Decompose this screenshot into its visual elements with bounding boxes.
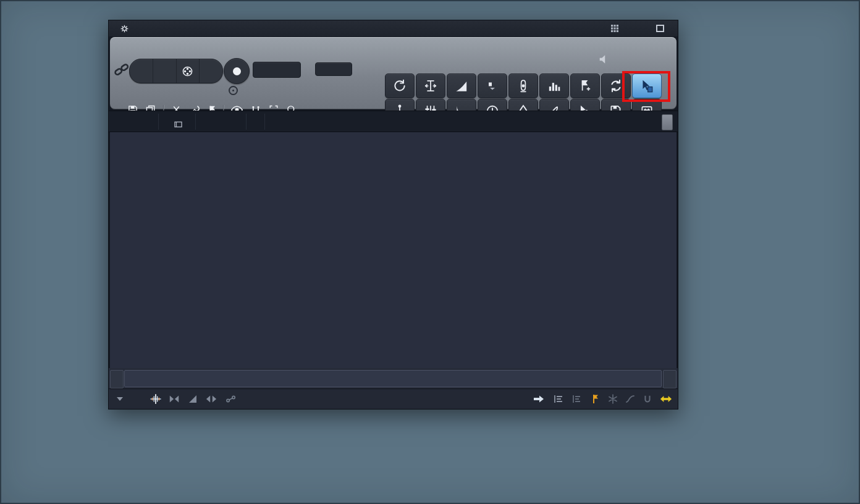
markers-list-icon	[571, 395, 583, 403]
drag-selection-button[interactable]	[632, 74, 662, 98]
fade-in-button[interactable]	[447, 74, 476, 98]
snap-button[interactable]	[641, 393, 654, 405]
markers-list-button[interactable]	[571, 393, 583, 405]
record-icon	[233, 67, 241, 75]
reel-icon	[182, 65, 193, 77]
freeze-button[interactable]	[607, 393, 619, 405]
play-from-disk-button[interactable]	[176, 59, 200, 83]
bottom-toolbar	[109, 389, 678, 409]
overview-strip[interactable]	[124, 370, 662, 387]
double-arrow-icon	[660, 395, 672, 403]
transport-group	[129, 59, 223, 83]
wave-editor-area[interactable]	[110, 132, 677, 368]
format-icon[interactable]	[174, 121, 182, 128]
zoom-out-selection-icon	[206, 395, 217, 403]
resample-button[interactable]	[601, 74, 631, 98]
drag-cursor-icon	[639, 78, 654, 93]
normalize-amp-button[interactable]	[416, 74, 445, 98]
stop-button[interactable]	[199, 59, 222, 83]
arrow-right-icon	[533, 395, 545, 403]
edison-window	[108, 20, 678, 410]
scroll-right-button[interactable]	[663, 370, 677, 388]
fade-triangle-icon	[188, 395, 198, 403]
zoom-out-selection-button[interactable]	[205, 393, 217, 405]
divider	[264, 114, 265, 130]
smooth-curve-icon	[625, 395, 635, 403]
edit-mode-button[interactable]	[150, 393, 162, 405]
reverse-icon	[392, 78, 407, 93]
jump-play-button[interactable]	[533, 393, 545, 405]
options-menu-button[interactable]	[114, 393, 126, 405]
link-selection-button[interactable]	[225, 393, 237, 405]
zoom-selection-icon	[169, 395, 180, 403]
overview-waveform	[125, 371, 661, 387]
amp-icon	[423, 78, 438, 93]
reverse-button[interactable]	[385, 74, 415, 98]
loop-points-button[interactable]	[660, 393, 672, 405]
marker-mode-button[interactable]	[589, 393, 602, 405]
link-small-icon	[226, 395, 237, 403]
record-duration-selector[interactable]	[315, 62, 352, 76]
add-marker-icon	[578, 78, 592, 93]
zoom-to-selection-button[interactable]	[168, 393, 180, 405]
record-mode-selector[interactable]	[253, 62, 301, 78]
regions-list-button[interactable]	[552, 393, 565, 405]
equalize-button[interactable]	[539, 74, 569, 98]
overview-scrollbar	[109, 368, 678, 389]
orange-flag-icon	[592, 394, 599, 404]
equalize-bars-icon	[547, 78, 562, 93]
blur-bottle-icon	[516, 78, 531, 93]
waveform-canvas[interactable]	[110, 132, 677, 368]
run-script-icon	[487, 82, 497, 90]
divider	[246, 114, 247, 130]
declick-wave-icon	[150, 393, 162, 405]
toolbar	[109, 36, 678, 111]
regions-list-icon	[553, 395, 564, 403]
maximize-button[interactable]	[656, 25, 664, 32]
speaker-icon	[598, 54, 609, 65]
plugin-gear-icon[interactable]	[120, 24, 129, 33]
smooth-button[interactable]	[624, 393, 636, 405]
magnet-small-icon	[643, 395, 652, 404]
info-bar	[109, 111, 678, 132]
presets-grid-icon[interactable]	[610, 24, 619, 33]
link-icon[interactable]	[113, 62, 130, 78]
title-bar	[109, 20, 678, 36]
add-marker-button[interactable]	[570, 74, 600, 98]
chevron-down-icon	[117, 397, 123, 401]
blur-tool-button[interactable]	[508, 74, 538, 98]
vertical-zoom-handle[interactable]	[662, 114, 673, 130]
play-button[interactable]	[153, 59, 176, 83]
run-script-button[interactable]	[478, 74, 507, 98]
append-option[interactable]	[229, 86, 241, 95]
edison-logo	[594, 54, 609, 65]
fade-in-icon	[454, 78, 469, 93]
divider	[195, 114, 196, 130]
snowflake-icon	[608, 394, 618, 404]
refresh-arrows-icon	[609, 78, 623, 93]
append-radio-icon	[229, 86, 238, 95]
record-button[interactable]	[224, 58, 250, 84]
fade-preview-button[interactable]	[187, 393, 199, 405]
loop-button[interactable]	[130, 59, 153, 83]
scroll-left-button[interactable]	[110, 370, 124, 388]
divider	[158, 114, 159, 130]
